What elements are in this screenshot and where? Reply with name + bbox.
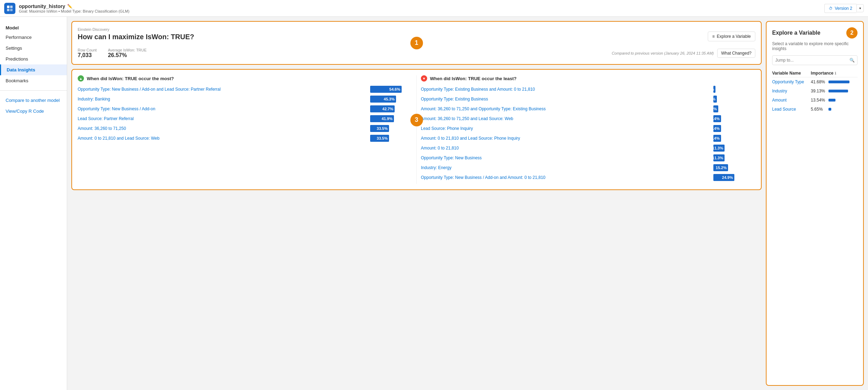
insight-row: Opportunity Type: New Business / Add-on4… xyxy=(78,105,412,112)
insight-bar-value: 7.4% xyxy=(711,117,720,121)
insight-label[interactable]: Amount: 0 to 21,810 and Lead Source: Web xyxy=(78,135,367,141)
insight-row: Opportunity Type: Existing Business2.8% xyxy=(421,96,755,103)
explore-label: Explore a Variable xyxy=(717,34,751,39)
col-variable-name: Variable Name xyxy=(772,69,811,77)
search-icon: 🔍 xyxy=(849,58,855,63)
insight-bar-wrap: 7.4% xyxy=(713,125,755,132)
insight-label[interactable]: Opportunity Type: New Business / Add-on … xyxy=(78,86,367,92)
col-importance: Importance ℹ xyxy=(811,69,858,77)
version-label: Version 2 xyxy=(835,6,852,11)
avg-value: 26.57% xyxy=(108,52,147,58)
sidebar-item-predictions[interactable]: Predictions xyxy=(0,54,67,64)
insight-bar-wrap: 11.3% xyxy=(713,145,755,152)
insight-bar-value: 33.5% xyxy=(377,136,388,140)
insight-label[interactable]: Opportunity Type: New Business / Add-on … xyxy=(421,175,711,181)
explore-icon: ≡ xyxy=(712,34,715,39)
importance-cell: 41.68% xyxy=(811,77,858,87)
insight-label[interactable]: Lead Source: Partner Referral xyxy=(78,116,367,122)
importance-cell: 5.65% xyxy=(811,105,858,114)
importance-value: 39.13% xyxy=(811,89,826,93)
version-button[interactable]: ⏱ Version 2 xyxy=(824,4,856,13)
sidebar-item-bookmarks[interactable]: Bookmarks xyxy=(0,75,67,86)
variable-row[interactable]: Opportunity Type41.68% xyxy=(772,77,858,87)
variable-row[interactable]: Industry39.13% xyxy=(772,86,858,96)
card1-right: ≡ Explore a Variable xyxy=(708,32,755,41)
insight-label[interactable]: Opportunity Type: Existing Business xyxy=(421,96,711,102)
insight-label[interactable]: Amount: 0 to 21,810 xyxy=(421,145,711,151)
insight-bar-value: 24.9% xyxy=(722,175,733,180)
edit-icon[interactable]: ✏️ xyxy=(67,4,72,9)
importance-bar xyxy=(828,90,848,92)
card-header: Einstein Discovery How can I maximize Is… xyxy=(71,21,762,65)
insight-bar-value: 15.2% xyxy=(716,166,727,170)
variable-row[interactable]: Lead Source5.65% xyxy=(772,105,858,114)
importance-bar xyxy=(828,81,849,83)
sidebar-divider xyxy=(0,90,67,91)
row-count-label: Row Count xyxy=(78,48,97,52)
insight-label[interactable]: Industry: Energy xyxy=(421,165,711,171)
importance-cell: 13.54% xyxy=(811,96,858,105)
insight-bar: 11.3% xyxy=(713,145,725,152)
card1-left: Einstein Discovery How can I maximize Is… xyxy=(78,27,194,45)
sidebar-section-title: Model xyxy=(0,22,67,32)
insight-label[interactable]: Amount: 36,260 to 71,250 and Opportunity… xyxy=(421,106,711,112)
insight-bar-value: 2.8% xyxy=(707,97,715,101)
insight-label[interactable]: Amount: 0 to 21,810 and Lead Source: Pho… xyxy=(421,135,711,141)
insight-label[interactable]: Industry: Banking xyxy=(78,96,367,102)
insight-label[interactable]: Amount: 36,260 to 71,250 and Lead Source… xyxy=(421,116,711,122)
insight-row: Amount: 36,260 to 71,250 and Lead Source… xyxy=(421,115,755,122)
green-icon: ▲ xyxy=(78,75,84,82)
insight-bar-value: 7.4% xyxy=(711,136,720,140)
variable-row[interactable]: Amount13.54% xyxy=(772,96,858,105)
insight-bar: 42.7% xyxy=(370,105,395,112)
insight-row: Lead Source: Partner Referral41.9% xyxy=(78,115,412,122)
right-panel-header: Explore a Variable 2 xyxy=(772,27,858,39)
jump-to-wrapper: 🔍 xyxy=(772,55,858,65)
svg-rect-3 xyxy=(10,9,13,11)
sidebar-link-r-code[interactable]: View/Copy R Code xyxy=(0,106,67,117)
insight-bar: 45.3% xyxy=(370,96,396,103)
insight-bar-wrap: 45.3% xyxy=(370,96,412,103)
right-panel: Explore a Variable 2 Select a variable t… xyxy=(766,21,864,386)
version-caret-button[interactable]: ▾ xyxy=(856,4,864,12)
importance-info-icon[interactable]: ℹ xyxy=(835,71,836,75)
variable-name-cell: Lead Source xyxy=(772,105,811,114)
version-controls: ⏱ Version 2 ▾ xyxy=(824,4,864,13)
sidebar-item-settings[interactable]: Settings xyxy=(0,43,67,54)
insight-bar: 11.3% xyxy=(713,154,725,161)
insight-label[interactable]: Opportunity Type: Existing Business and … xyxy=(421,86,711,92)
insight-label[interactable]: Amount: 36,260 to 71,250 xyxy=(78,126,367,132)
stat-row-count: Row Count 7,033 xyxy=(78,48,97,58)
insight-bar-wrap: 54.6% xyxy=(370,86,412,93)
stat-avg: Average IsWon: TRUE 26.57% xyxy=(108,48,147,58)
right-panel-subtitle: Select a variable to explore more specif… xyxy=(772,41,858,51)
insight-label[interactable]: Opportunity Type: New Business / Add-on xyxy=(78,106,367,112)
card1-meta: Einstein Discovery xyxy=(78,27,194,32)
importance-bar-wrap: 41.68% xyxy=(811,79,858,84)
sidebar-link-compare[interactable]: Compare to another model xyxy=(0,95,67,106)
insight-row: Lead Source: Phone Inquiry7.4% xyxy=(421,125,755,132)
insight-label[interactable]: Lead Source: Phone Inquiry xyxy=(421,126,711,132)
insight-label[interactable]: Opportunity Type: New Business xyxy=(421,155,711,161)
insight-row: Opportunity Type: New Business / Add-on … xyxy=(78,86,412,93)
red-icon: ▼ xyxy=(421,75,427,82)
insight-bar: 4.3% xyxy=(713,105,718,112)
main-layout: Model Performance Settings Predictions D… xyxy=(0,17,868,390)
importance-bar xyxy=(828,99,835,102)
explore-variable-button[interactable]: ≡ Explore a Variable xyxy=(708,32,755,41)
importance-value: 5.65% xyxy=(811,107,826,112)
insight-bar-value: 33.5% xyxy=(377,126,388,131)
what-changed-button[interactable]: What Changed? xyxy=(717,49,755,58)
header-left: opportunity_history ✏️ Goal: Maximize Is… xyxy=(4,3,129,14)
insight-row: Amount: 0 to 21,81011.3% xyxy=(421,145,755,152)
sidebar-item-performance[interactable]: Performance xyxy=(0,32,67,43)
top-header: opportunity_history ✏️ Goal: Maximize Is… xyxy=(0,0,868,17)
sidebar-item-data-insights[interactable]: Data Insights xyxy=(0,64,67,75)
insight-row: Opportunity Type: New Business / Add-on … xyxy=(421,174,755,181)
insight-bar-value: 41.9% xyxy=(382,117,393,121)
card-insights: ▲ When did IsWon: TRUE occur the most? O… xyxy=(71,69,762,190)
insight-bar: 7.4% xyxy=(713,115,721,122)
jump-to-input[interactable] xyxy=(772,55,858,65)
svg-rect-2 xyxy=(7,9,9,11)
insight-bar-value: 11.3% xyxy=(712,156,723,160)
